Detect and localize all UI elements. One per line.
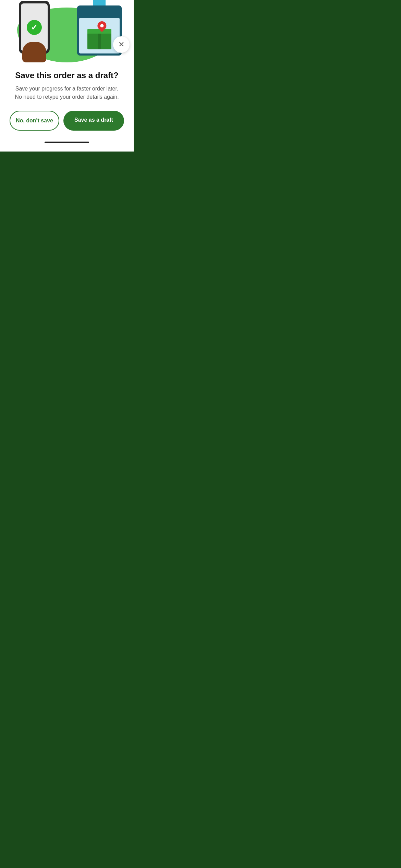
home-indicator — [45, 142, 89, 143]
phone-illustration: ✓ — [19, 1, 53, 59]
no-save-button[interactable]: No, don't save — [10, 111, 59, 131]
close-button[interactable]: ✕ — [113, 36, 130, 53]
hand-illustration — [22, 42, 46, 62]
draft-modal: ✓ — [0, 0, 134, 152]
check-icon: ✓ — [27, 20, 42, 35]
modal-description: Save your progress for a faster order la… — [10, 85, 124, 101]
background-content: Order review + Add delivery Sarah Jonas … — [0, 32, 134, 152]
illustration-wrapper: ✓ — [9, 0, 125, 62]
location-pin — [97, 21, 107, 34]
close-icon: ✕ — [118, 41, 124, 48]
save-draft-button[interactable]: Save as a draft — [63, 111, 124, 131]
modal-buttons: No, don't save Save as a draft — [10, 111, 124, 131]
clipboard-paper — [79, 18, 120, 53]
illustration-area: ✓ — [0, 0, 134, 68]
modal-text-content: Save this order as a draft? Save your pr… — [0, 68, 134, 139]
modal-title: Save this order as a draft? — [10, 71, 124, 81]
